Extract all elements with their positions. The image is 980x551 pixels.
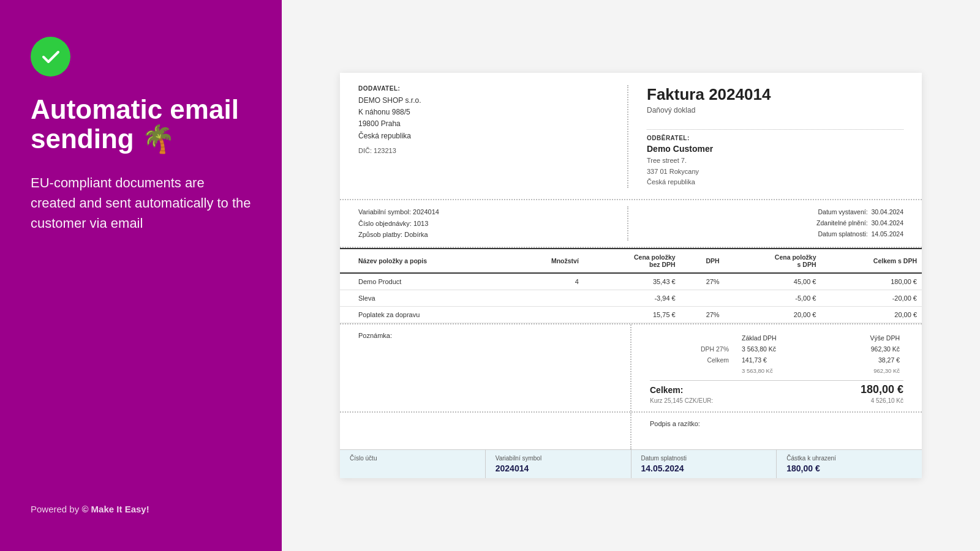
invoice-body: DODAVATEL: DEMO SHOP s.r.o. K náhonu 988… [340, 73, 922, 478]
row-name: Poplatek za dopravu [340, 306, 513, 323]
summary-celkem-label: Celkem [651, 355, 738, 365]
supplier-company: DEMO SHOP s.r.o. K náhonu 988/5 19800 Pr… [358, 95, 615, 142]
footer-cell-variable: Variabilní symbol 2024014 [486, 450, 631, 478]
row-total: -20,00 € [821, 290, 922, 306]
left-panel: Automatic email sending 🌴 EU-compliant d… [0, 0, 282, 551]
table-row: Poplatek za dopravu 15,75 € 27% 20,00 € … [340, 306, 922, 323]
summary-header-base [651, 333, 738, 343]
celkem-big-label: Celkem: [650, 385, 683, 395]
footer-cell-due: Datum splatnosti 14.05.2024 [631, 450, 777, 478]
invoice-info-section: Variabilní symbol: 2024014 Číslo objedná… [340, 200, 922, 248]
summary-dph-amount: 962,30 Kč [827, 344, 902, 354]
row-vat: 27% [680, 306, 725, 323]
footer-amount-label: Částka k uhrazení [786, 455, 912, 462]
check-circle-icon [31, 37, 70, 77]
row-vat: 27% [680, 273, 725, 290]
table-row: Sleva -3,94 € -5,00 € -20,00 € [340, 290, 922, 306]
summary-total-vat-czk: 962,30 Kč [827, 366, 902, 375]
summary-dph-label: DPH 27% [651, 344, 738, 354]
row-price-ex: 15,75 € [584, 306, 680, 323]
row-qty [513, 306, 584, 323]
col-qty: Množství [513, 249, 584, 273]
note-label: Poznámka: [358, 332, 612, 339]
supplier-dic: DIČ: 123213 [358, 147, 615, 154]
variable-symbol: Variabilní symbol: 2024014 [358, 206, 615, 218]
subtitle-text: EU-compliant documents are created and s… [31, 173, 251, 233]
col-price-ex: Cena položkybez DPH [584, 249, 680, 273]
row-price-inc: 45,00 € [725, 273, 821, 290]
customer-address: Tree street 7. 337 01 Rokycany Česká rep… [647, 156, 903, 188]
signature-right: Podpis a razítko: [631, 413, 922, 449]
celkem-row: Celkem: 180,00 € [650, 380, 903, 396]
summary-header-base-label: Základ DPH [739, 333, 826, 343]
footer-account-label: Číslo účtu [350, 455, 475, 462]
row-name: Demo Product [340, 273, 513, 290]
celkem-big-value: 180,00 € [861, 383, 903, 396]
footer-variable-value: 2024014 [496, 463, 621, 473]
footer-due-label: Datum splatnosti [641, 455, 767, 462]
payment-method: Způsob platby: Dobírka [358, 229, 615, 241]
supplier-section: DODAVATEL: DEMO SHOP s.r.o. K náhonu 988… [358, 85, 628, 188]
invoice-type: Daňový doklad [647, 106, 903, 114]
signature-label: Podpis a razítko: [650, 420, 903, 427]
supplier-label: DODAVATEL: [358, 85, 615, 92]
row-qty: 4 [513, 273, 584, 290]
kurz-value: 4 526,10 Kč [871, 397, 903, 404]
summary-table: Základ DPH Výše DPH DPH 27% 3 563,80 Kč … [650, 332, 903, 377]
right-panel: DODAVATEL: DEMO SHOP s.r.o. K náhonu 988… [282, 0, 980, 551]
row-vat [680, 290, 725, 306]
row-price-inc: 20,00 € [725, 306, 821, 323]
kurz-label: Kurz 25,145 CZK/EUR: [650, 397, 713, 404]
row-price-ex: -3,94 € [584, 290, 680, 306]
customer-label: ODBĚRATEL: [647, 135, 903, 141]
date-info: Datum vystavení: 30.04.2024 Zdanitelné p… [628, 206, 903, 241]
invoice-footer: Číslo účtu Variabilní symbol 2024014 Dat… [340, 449, 922, 478]
footer-cell-amount: Částka k uhrazení 180,00 € [777, 450, 922, 478]
invoice-number: Faktura 2024014 [647, 85, 903, 104]
row-price-inc: -5,00 € [725, 290, 821, 306]
row-total: 20,00 € [821, 306, 922, 323]
main-title: Automatic email sending 🌴 [31, 95, 251, 154]
date-issued: Datum vystavení: 30.04.2024 [818, 207, 903, 218]
customer-block: ODBĚRATEL: Demo Customer Tree street 7. … [647, 129, 903, 188]
summary-total-czk: 3 563,80 Kč [739, 366, 826, 375]
summary-celkem-base: 141,73 € [739, 355, 826, 365]
footer-variable-label: Variabilní symbol [496, 455, 621, 462]
col-price-inc: Cena položkys DPH [725, 249, 821, 273]
powered-by-prefix: Powered by [31, 504, 81, 514]
footer-due-value: 14.05.2024 [641, 463, 767, 473]
col-name: Název položky a popis [340, 249, 513, 273]
summary-celkem-vat: 38,27 € [827, 355, 902, 365]
footer-cell-account: Číslo účtu [340, 450, 486, 478]
variable-info: Variabilní symbol: 2024014 Číslo objedná… [358, 206, 628, 241]
signature-left [340, 413, 631, 449]
date-taxable: Zdanitelné plnění: 30.04.2024 [816, 218, 903, 229]
col-vat: DPH [680, 249, 725, 273]
date-due: Datum splatnosti: 14.05.2024 [818, 229, 903, 240]
row-price-ex: 35,43 € [584, 273, 680, 290]
summary-total-czk-label [651, 366, 738, 375]
customer-name: Demo Customer [647, 144, 903, 154]
invoice-table: Název položky a popis Množství Cena polo… [340, 248, 922, 323]
signature-section: Podpis a razítko: [340, 411, 922, 449]
powered-by: Powered by © Make It Easy! [31, 504, 251, 514]
row-qty [513, 290, 584, 306]
table-row: Demo Product 4 35,43 € 27% 45,00 € 180,0… [340, 273, 922, 290]
summary-header-vat-label: Výše DPH [827, 333, 902, 343]
invoice-top: DODAVATEL: DEMO SHOP s.r.o. K náhonu 988… [340, 73, 922, 200]
order-number: Číslo objednávky: 1013 [358, 218, 615, 230]
row-name: Sleva [340, 290, 513, 306]
col-total: Celkem s DPH [821, 249, 922, 273]
note-section: Poznámka: [340, 324, 631, 411]
powered-by-brand: © Make It Easy! [81, 504, 149, 514]
kurz-row: Kurz 25,145 CZK/EUR: 4 526,10 Kč [650, 397, 903, 404]
summary-section: Základ DPH Výše DPH DPH 27% 3 563,80 Kč … [631, 324, 922, 411]
summary-dph-base: 3 563,80 Kč [739, 344, 826, 354]
row-total: 180,00 € [821, 273, 922, 290]
invoice-bottom: Poznámka: Základ DPH Výše DPH DPH 27% 3 … [340, 323, 922, 411]
footer-amount-value: 180,00 € [786, 463, 912, 473]
invoice-container: DODAVATEL: DEMO SHOP s.r.o. K náhonu 988… [340, 73, 922, 478]
invoice-title-section: Faktura 2024014 Daňový doklad ODBĚRATEL:… [628, 85, 903, 188]
